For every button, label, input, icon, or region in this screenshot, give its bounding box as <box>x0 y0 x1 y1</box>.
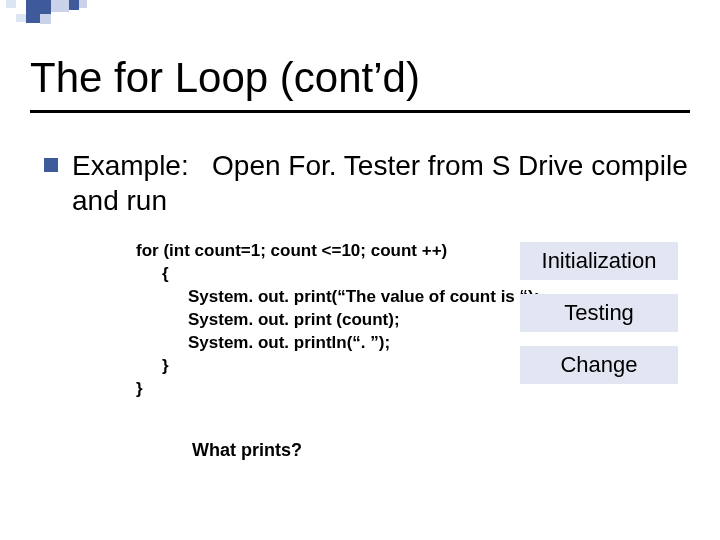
code-line: System. out. println(“. ”); <box>136 332 539 355</box>
code-example: for (int count=1; count <=10; count ++) … <box>136 240 539 401</box>
loop-part-labels: Initialization Testing Change <box>520 242 678 384</box>
code-line: System. out. print(“The value of count i… <box>136 286 539 309</box>
label-change: Change <box>520 346 678 384</box>
code-line: { <box>136 263 539 286</box>
code-line: } <box>136 355 539 378</box>
bullet-text: Example: Open For. Tester from S Drive c… <box>72 148 690 218</box>
label-initialization: Initialization <box>520 242 678 280</box>
slide-title: The for Loop (cont’d) <box>30 54 420 102</box>
bullet-item: Example: Open For. Tester from S Drive c… <box>44 148 690 218</box>
code-line: for (int count=1; count <=10; count ++) <box>136 240 539 263</box>
label-testing: Testing <box>520 294 678 332</box>
title-underline <box>30 110 690 113</box>
bullet-icon <box>44 158 58 172</box>
code-line: } <box>136 378 539 401</box>
question-text: What prints? <box>192 440 302 461</box>
code-line: System. out. print (count); <box>136 309 539 332</box>
slide-corner-decoration <box>0 0 140 30</box>
